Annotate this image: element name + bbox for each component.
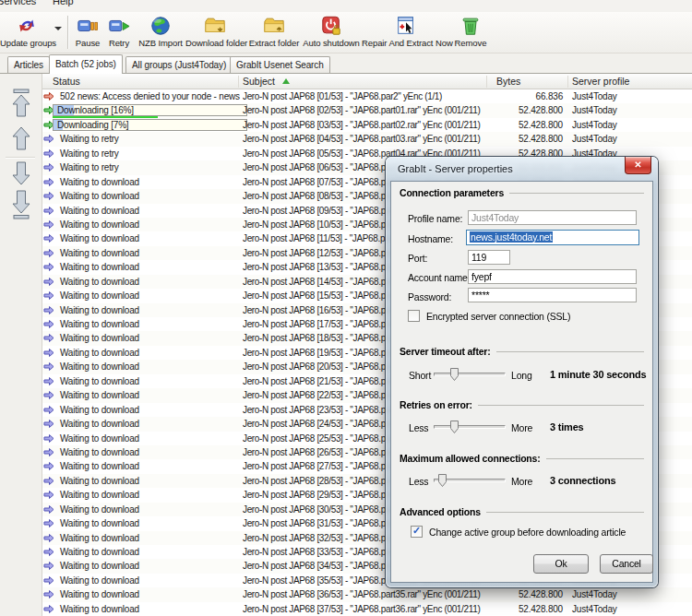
status-text: Waiting to download (60, 403, 139, 417)
status-text: Waiting to download (60, 246, 139, 260)
password-field[interactable]: ***** (468, 288, 637, 302)
ssl-checkbox-label: Encrypted server connection (SSL) (426, 311, 570, 322)
table-row[interactable]: Waiting to retryJero-N post JAP68 [04/53… (42, 132, 692, 146)
profile-name-label: Profile name: (408, 213, 462, 224)
subject-text: Jero-N post JAP68 [37/53] - "JAP68.part3… (243, 602, 494, 616)
server-profile-text: Just4Today (572, 103, 617, 117)
subject-text: Jero-N post JAP68 [36/53] - "JAP68.part3… (243, 587, 494, 601)
account-name-field[interactable]: fyepf (468, 269, 637, 284)
status-text: Waiting to download (60, 417, 139, 431)
status-text: Waiting to download (60, 587, 139, 601)
change-active-group-label: Change active group before downloading a… (429, 527, 626, 538)
update-groups-button[interactable]: Update groups (0, 15, 54, 48)
timeout-value: 1 minute 30 seconds (550, 369, 646, 380)
move-to-top-button[interactable] (10, 89, 32, 118)
dialog-title: GrabIt - Server properties (398, 163, 513, 174)
port-field[interactable]: 119 (468, 250, 510, 265)
status-text: Waiting to download (60, 374, 139, 388)
tab-articles[interactable]: Articles (7, 56, 50, 74)
download-folder-button[interactable]: Download folder (185, 15, 245, 48)
group-retries: Retries on error: (400, 399, 644, 410)
status-text: Waiting to download (60, 289, 139, 302)
status-text: Waiting to retry (60, 147, 119, 160)
status-text: Waiting to download (60, 488, 139, 502)
retry-button[interactable]: Retry (103, 15, 135, 48)
retries-slider[interactable] (434, 425, 506, 429)
close-button[interactable]: ✕ (625, 157, 651, 174)
menu-item-help[interactable]: Help (53, 0, 74, 6)
status-text: Waiting to download (60, 317, 139, 331)
server-properties-dialog: GrabIt - Server properties ✕ Connection … (386, 157, 658, 587)
timeout-slider[interactable] (434, 373, 506, 376)
tab-all-groups[interactable]: All groups (Just4Today) (125, 56, 233, 74)
update-groups-icon (16, 15, 38, 37)
status-text: Waiting to download (60, 531, 139, 545)
status-text: Waiting to download (60, 445, 139, 459)
bytes-text: 52.428.800 (476, 132, 563, 146)
repair-extract-icon (395, 15, 417, 37)
nzb-import-button[interactable]: NZB Import (138, 15, 183, 48)
status-text: Waiting to download (60, 346, 139, 360)
extract-folder-icon (263, 15, 285, 37)
group-max-connections: Maximum allowed connections: (400, 453, 644, 464)
table-row[interactable]: 502 news: Access denied to your node - n… (42, 89, 692, 103)
profile-name-field[interactable]: Just4Today (468, 210, 637, 225)
toolbar: Update groups Pause Retry NZB Import Dow… (0, 12, 692, 53)
dialog-body: Connection parameters Profile name: Just… (390, 181, 653, 583)
batch-order-toolbar (0, 74, 42, 616)
change-active-group-checkbox[interactable]: ✓ (411, 526, 423, 538)
table-row[interactable]: Waiting to downloadJero-N post JAP68 [37… (42, 602, 692, 616)
column-header-server-profile[interactable]: Server profile (572, 76, 629, 87)
status-text: 502 news: Access denied to your node - n… (60, 89, 240, 103)
status-text: Waiting to download (60, 360, 139, 373)
column-header-subject[interactable]: Subject (243, 76, 275, 87)
account-name-label: Account name: (408, 272, 470, 283)
bytes-text: 52.428.800 (476, 103, 563, 117)
status-text: Waiting to download (60, 218, 139, 231)
tab-usenet-search[interactable]: GrabIt Usenet Search (230, 56, 330, 74)
status-text: Waiting to download (60, 260, 139, 274)
connections-slider[interactable] (434, 479, 506, 482)
ok-button[interactable]: Ok (533, 554, 589, 574)
status-text: Waiting to download (60, 516, 139, 530)
menu-item-services[interactable]: t Services (0, 0, 36, 6)
pause-button[interactable]: Pause (72, 15, 103, 48)
remove-button[interactable]: Remove (453, 15, 488, 48)
list-header: Status Subject Bytes Server profile (42, 74, 692, 89)
cancel-button[interactable]: Cancel (600, 554, 653, 574)
move-down-button[interactable] (10, 160, 32, 190)
server-profile-text: Just4Today (572, 118, 617, 132)
table-row[interactable]: Downloading [16%]Jero-N post JAP68 [02/5… (42, 103, 692, 117)
status-text: Waiting to retry (60, 132, 119, 146)
subject-text: Jero-N post JAP68 [04/53] - "JAP68.part0… (243, 132, 494, 146)
hostname-field[interactable]: news.just4today.net (466, 230, 639, 245)
status-text: Waiting to download (60, 231, 139, 245)
bytes-text: 52.428.800 (476, 602, 563, 616)
bytes-text: 66.836 (476, 89, 563, 103)
table-row[interactable]: Waiting to downloadJero-N post JAP68 [36… (42, 587, 692, 601)
status-text: Waiting to download (60, 474, 139, 488)
status-text: Waiting to download (60, 432, 139, 445)
port-label: Port: (408, 253, 427, 264)
auto-shutdown-button[interactable]: Auto shutdown (303, 15, 360, 48)
status-text: Waiting to download (60, 545, 139, 559)
ssl-checkbox[interactable] (408, 310, 420, 322)
group-advanced-options: Advanced options (400, 506, 644, 517)
extract-folder-button[interactable]: Extract folder (248, 15, 300, 48)
auto-shutdown-icon (320, 15, 342, 37)
column-header-status[interactable]: Status (53, 76, 80, 87)
server-profile-text: Just4Today (572, 89, 617, 103)
update-groups-dropdown-caret[interactable] (54, 27, 62, 30)
move-to-bottom-button[interactable] (10, 190, 32, 219)
repair-extract-button[interactable]: Repair And Extract Now (362, 15, 449, 48)
server-profile-text: Just4Today (572, 602, 617, 616)
tab-strip: Articles Batch (52 jobs) All groups (Jus… (0, 53, 692, 74)
table-row[interactable]: Downloading [7%]Jero-N post JAP68 [03/53… (42, 118, 692, 132)
status-text: Waiting to download (60, 602, 139, 616)
column-header-bytes[interactable]: Bytes (496, 76, 520, 87)
bytes-text: 52.428.800 (476, 587, 563, 601)
menu-bar: t Services Help (0, 0, 692, 12)
move-up-button[interactable] (10, 125, 32, 155)
tab-batch[interactable]: Batch (52 jobs) (49, 54, 123, 74)
status-text: Waiting to download (60, 331, 139, 345)
